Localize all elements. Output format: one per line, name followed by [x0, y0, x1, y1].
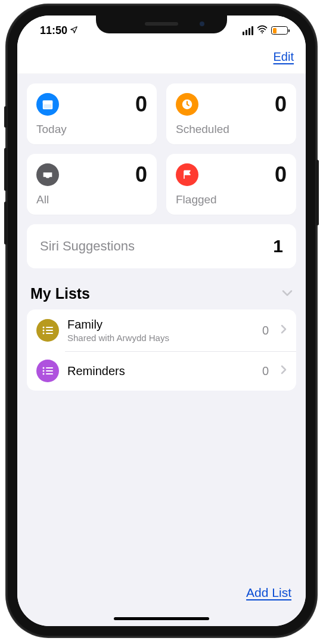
- status-left: 11:50: [40, 24, 78, 37]
- location-icon: [70, 24, 78, 37]
- chevron-right-icon: [281, 324, 287, 336]
- svg-rect-2: [43, 101, 53, 104]
- inbox-icon: [36, 163, 59, 186]
- svg-rect-14: [46, 370, 53, 371]
- siri-suggestions-card[interactable]: Siri Suggestions 1: [27, 224, 296, 268]
- svg-rect-6: [46, 327, 53, 328]
- svg-rect-10: [46, 333, 53, 334]
- list-icon: [36, 360, 59, 382]
- svg-rect-8: [46, 330, 53, 331]
- svg-point-15: [43, 373, 45, 375]
- list-icon: [36, 319, 59, 342]
- screen: 11:50 Edit: [17, 16, 306, 626]
- list-count: 0: [262, 324, 269, 338]
- cellular-icon: [243, 26, 254, 35]
- flagged-count: 0: [275, 162, 287, 187]
- today-count: 0: [135, 92, 147, 117]
- front-camera: [200, 21, 204, 26]
- volume-up: [4, 148, 7, 191]
- all-count: 0: [135, 162, 147, 187]
- scheduled-card[interactable]: 0 Scheduled: [166, 83, 296, 144]
- svg-point-5: [43, 327, 45, 329]
- flagged-card[interactable]: 0 Flagged: [166, 154, 296, 215]
- svg-point-13: [43, 370, 45, 372]
- svg-rect-16: [46, 373, 53, 374]
- status-right: [243, 25, 288, 36]
- list-subtitle: Shared with Arwydd Hays: [67, 333, 254, 343]
- volume-down: [4, 202, 7, 244]
- lists-container: Family Shared with Arwydd Hays 0 Reminde…: [27, 309, 296, 391]
- summary-grid: 0 Today 0 Scheduled: [27, 83, 296, 215]
- my-lists-title: My Lists: [30, 285, 90, 302]
- list-count: 0: [262, 364, 269, 378]
- svg-point-11: [43, 367, 45, 369]
- chevron-right-icon: [281, 365, 287, 377]
- calendar-icon: [36, 93, 59, 116]
- siri-count: 1: [273, 236, 283, 256]
- svg-rect-3: [44, 104, 52, 108]
- notch: [96, 14, 227, 33]
- home-indicator[interactable]: [114, 617, 209, 620]
- content: 0 Today 0 Scheduled: [17, 74, 306, 572]
- scheduled-label: Scheduled: [176, 123, 287, 136]
- list-name: Family: [67, 318, 254, 332]
- today-label: Today: [36, 123, 147, 136]
- list-item-family[interactable]: Family Shared with Arwydd Hays 0: [27, 309, 296, 351]
- wifi-icon: [257, 25, 268, 36]
- edit-button[interactable]: Edit: [274, 50, 294, 64]
- svg-point-9: [43, 333, 45, 335]
- today-card[interactable]: 0 Today: [27, 83, 157, 144]
- svg-point-0: [262, 32, 263, 33]
- all-card[interactable]: 0 All: [27, 154, 157, 215]
- battery-icon: [271, 26, 288, 35]
- scheduled-count: 0: [275, 92, 287, 117]
- svg-rect-12: [46, 367, 53, 369]
- phone-frame: 11:50 Edit: [7, 5, 316, 637]
- list-name: Reminders: [67, 364, 254, 378]
- my-lists-header[interactable]: My Lists: [27, 285, 296, 309]
- all-label: All: [36, 193, 147, 206]
- mute-switch: [4, 106, 7, 128]
- add-list-button[interactable]: Add List: [246, 586, 291, 600]
- list-item-reminders[interactable]: Reminders 0: [27, 351, 296, 391]
- siri-label: Siri Suggestions: [40, 239, 135, 254]
- flag-icon: [176, 163, 198, 186]
- clock-icon: [176, 93, 198, 116]
- speaker: [145, 22, 178, 26]
- chevron-down-icon: [282, 289, 293, 299]
- svg-point-7: [43, 330, 45, 332]
- status-time: 11:50: [40, 24, 67, 37]
- flagged-label: Flagged: [176, 193, 287, 206]
- nav-bar: Edit: [17, 44, 306, 74]
- power-button: [316, 160, 319, 225]
